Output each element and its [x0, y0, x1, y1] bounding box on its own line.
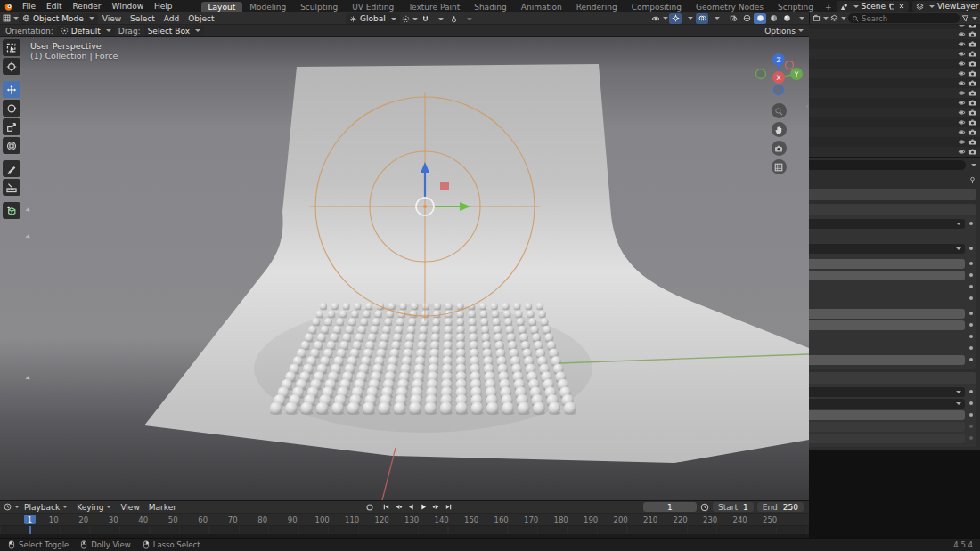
- outliner-editor-type-button[interactable]: [813, 13, 829, 24]
- hide-in-viewport-toggle[interactable]: [958, 69, 966, 77]
- orthographic-toggle-button[interactable]: [772, 159, 787, 174]
- properties-options-dropdown[interactable]: [971, 164, 976, 166]
- hide-in-viewport-toggle[interactable]: [958, 60, 966, 68]
- timeline-tracks[interactable]: [0, 526, 809, 539]
- scene-selector[interactable]: Scene: [837, 1, 909, 12]
- disable-in-renders-toggle[interactable]: [968, 79, 976, 87]
- disable-in-renders-toggle[interactable]: [968, 148, 976, 156]
- tool-select-box[interactable]: [3, 39, 20, 56]
- outliner-display-mode-button[interactable]: [830, 13, 846, 24]
- keyframe-dot[interactable]: [969, 262, 973, 265]
- viewport-menu-object[interactable]: Object: [184, 14, 218, 23]
- timeline-menu-marker[interactable]: Marker: [144, 503, 181, 512]
- tool-annotate[interactable]: [3, 160, 20, 177]
- overlays-dropdown[interactable]: [709, 13, 722, 24]
- tool-cursor[interactable]: [3, 58, 20, 75]
- keyframe-dot[interactable]: [969, 296, 973, 300]
- camera-view-button[interactable]: [772, 141, 787, 156]
- menu-window[interactable]: Window: [107, 2, 150, 11]
- hide-in-viewport-toggle[interactable]: [958, 118, 966, 126]
- hide-in-viewport-toggle[interactable]: [958, 148, 966, 156]
- workspace-tab-rendering[interactable]: Rendering: [569, 2, 625, 12]
- workspace-tab-modeling[interactable]: Modeling: [242, 2, 293, 12]
- viewport-menu-view[interactable]: View: [98, 14, 126, 23]
- gizmo-minus-z-ball[interactable]: [774, 85, 784, 95]
- hide-in-viewport-toggle[interactable]: [958, 30, 966, 38]
- disable-in-renders-toggle[interactable]: [968, 60, 976, 68]
- editor-type-button[interactable]: [3, 13, 19, 24]
- menu-render[interactable]: Render: [68, 2, 107, 11]
- show-object-types-button[interactable]: [651, 13, 668, 24]
- keyframe-dot[interactable]: [969, 285, 973, 288]
- sidebar-collapse-arrow[interactable]: ‹: [805, 101, 809, 110]
- play-reverse-button[interactable]: [405, 502, 417, 512]
- blender-logo[interactable]: [0, 2, 17, 12]
- keyframe-dot[interactable]: [969, 425, 973, 428]
- viewport-menu-add[interactable]: Add: [159, 14, 184, 23]
- gizmo-minus-x-ball[interactable]: [786, 61, 794, 69]
- gizmo-dropdown[interactable]: [682, 13, 695, 24]
- keyframe-dot[interactable]: [969, 346, 973, 350]
- viewport-menu-select[interactable]: Select: [126, 14, 159, 23]
- options-dropdown[interactable]: Options: [759, 27, 809, 36]
- navigation-gizmo[interactable]: Z Y X: [753, 48, 804, 100]
- transform-orientation-dropdown[interactable]: Global: [346, 13, 400, 24]
- hide-in-viewport-toggle[interactable]: [958, 40, 966, 48]
- timeline-menu-playback[interactable]: Playback: [20, 503, 72, 512]
- workspace-tab-shading[interactable]: Shading: [467, 2, 514, 12]
- keyframe-dot[interactable]: [969, 436, 973, 440]
- keyframe-dot[interactable]: [969, 312, 973, 315]
- outliner-search[interactable]: [848, 13, 960, 23]
- tool-rotate[interactable]: [3, 100, 20, 117]
- workspace-tab-sculpting[interactable]: Sculpting: [293, 2, 345, 12]
- hide-in-viewport-toggle[interactable]: [958, 128, 966, 136]
- menu-edit[interactable]: Edit: [41, 2, 67, 11]
- 3d-scene[interactable]: [0, 37, 809, 500]
- 3d-viewport[interactable]: User Perspective (1) Collection | Force …: [0, 37, 809, 500]
- view-layer-selector[interactable]: ViewLayer: [912, 1, 980, 12]
- disable-in-renders-toggle[interactable]: [968, 50, 976, 58]
- shading-dropdown[interactable]: [794, 13, 806, 24]
- zoom-button[interactable]: [772, 103, 787, 118]
- keyframe-dot[interactable]: [969, 390, 973, 393]
- timeline-menu-view[interactable]: View: [116, 503, 143, 512]
- timeline-menu-keying[interactable]: Keying: [72, 503, 116, 512]
- keyframe-dot[interactable]: [969, 401, 973, 405]
- disable-in-renders-toggle[interactable]: [968, 89, 976, 97]
- disable-in-renders-toggle[interactable]: [968, 40, 976, 48]
- start-frame-field[interactable]: Start 1: [713, 502, 754, 512]
- end-frame-field[interactable]: End 250: [757, 502, 804, 512]
- hide-in-viewport-toggle[interactable]: [958, 50, 966, 58]
- workspace-tab-animation[interactable]: Animation: [514, 2, 569, 12]
- workspace-tab-compositing[interactable]: Compositing: [625, 2, 689, 12]
- disable-in-renders-toggle[interactable]: [968, 30, 976, 38]
- workspace-tab-texture-paint[interactable]: Texture Paint: [401, 2, 467, 12]
- workspace-tab-x[interactable]: +: [821, 2, 837, 12]
- tool-scale[interactable]: [3, 118, 20, 135]
- keyframe-dot[interactable]: [969, 222, 973, 225]
- shading-rendered-button[interactable]: [780, 13, 793, 24]
- hide-in-viewport-toggle[interactable]: [958, 99, 966, 107]
- disable-in-renders-toggle[interactable]: [968, 69, 976, 77]
- gizmo-minus-y-ball[interactable]: [756, 69, 766, 79]
- keyframe-dot[interactable]: [969, 323, 973, 327]
- proportional-falloff-dropdown[interactable]: [462, 13, 475, 24]
- drag-mode-dropdown[interactable]: Select Box: [144, 26, 204, 36]
- timeline-ruler[interactable]: 1 10203040506070809010011012013014015016…: [0, 514, 809, 526]
- workspace-tab-geometry-nodes[interactable]: Geometry Nodes: [689, 2, 771, 12]
- disable-in-renders-toggle[interactable]: [968, 138, 976, 146]
- proportional-editing-button[interactable]: [448, 13, 461, 24]
- keyframe-dot[interactable]: [969, 358, 973, 361]
- snap-settings-dropdown[interactable]: [434, 13, 446, 24]
- menu-file[interactable]: File: [17, 2, 41, 11]
- workspace-tab-scripting[interactable]: Scripting: [771, 2, 821, 12]
- snap-magnet-button[interactable]: [420, 13, 432, 24]
- keyframe-dot[interactable]: [969, 335, 973, 338]
- play-button[interactable]: [418, 502, 429, 512]
- shading-solid-button[interactable]: [754, 13, 766, 24]
- previous-keyframe-button[interactable]: [393, 502, 404, 512]
- hide-in-viewport-toggle[interactable]: [958, 138, 966, 146]
- disable-in-renders-toggle[interactable]: [968, 109, 976, 117]
- tool-add-cube[interactable]: [3, 202, 20, 219]
- outliner-filter-button[interactable]: [961, 13, 977, 24]
